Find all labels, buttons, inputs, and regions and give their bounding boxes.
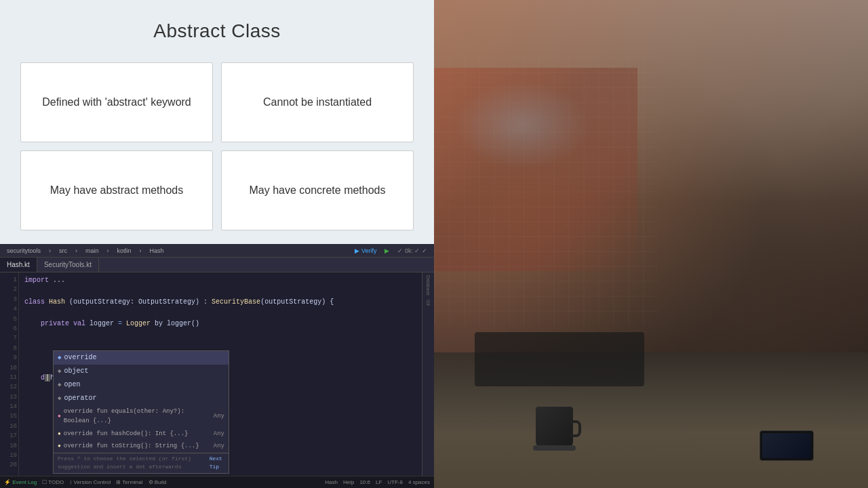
status-spaces: 4 spaces: [408, 479, 430, 485]
ide-topbar-sep1: ›: [46, 247, 54, 255]
left-panel: Abstract Class Defined with 'abstract' k…: [0, 0, 434, 488]
ide-topbar-src: src: [56, 247, 70, 255]
ide-topbar-checkmarks: ✓ 0k: ✓ ✓: [395, 247, 430, 255]
cup-body: [536, 407, 573, 447]
ide-topbar-securitytools: securitytools: [4, 247, 43, 255]
ide-topbar-verify[interactable]: ▶ Verify: [352, 247, 379, 255]
phone: [760, 430, 814, 461]
card-abstract-methods: May have abstract methods: [20, 150, 213, 230]
ide-sidebar-right-label2: Git: [426, 300, 431, 306]
code-line-5: private val logger = Logger by logger(): [24, 319, 416, 329]
ide-area[interactable]: securitytools › src › main › kotlin › Ha…: [0, 244, 434, 488]
ide-sidebar-right: Database Git: [422, 272, 434, 487]
autocomplete-label-open: open: [64, 380, 80, 390]
card-concrete-methods-text: May have concrete methods: [250, 183, 386, 198]
status-todo[interactable]: ☐ TODO: [42, 479, 64, 485]
status-version-control[interactable]: ↕ Version Control: [69, 479, 111, 485]
slide-title: Abstract Class: [153, 20, 281, 42]
ide-topbar-sep4: ›: [137, 247, 144, 255]
ide-tab-security-label: SecurityTools.kt: [44, 261, 92, 268]
autocomplete-item-operator[interactable]: ◆ operator: [54, 392, 229, 405]
laptop-glow: [454, 81, 590, 169]
autocomplete-label-hashcode: override fun hashCode(): Int {...}: [64, 429, 189, 439]
coffee-cup: [536, 400, 573, 447]
status-terminal[interactable]: ⊞ Terminal: [116, 479, 142, 485]
ide-tab-security[interactable]: SecurityTools.kt: [37, 258, 99, 272]
ide-tab-hash-label: Hash.kt: [7, 261, 30, 268]
phone-screen: [762, 433, 811, 458]
autocomplete-item-hashcode[interactable]: ● override fun hashCode(): Int {...} Any: [54, 428, 229, 440]
cup-handle: [571, 420, 581, 437]
autocomplete-label-override: override: [64, 352, 96, 363]
status-build[interactable]: ⚙ Build: [149, 479, 167, 485]
autocomplete-label-equals: override fun equals(other: Any?): Boolea…: [64, 407, 211, 426]
code-line-1: import ...: [24, 275, 416, 286]
status-position: 10:6: [359, 479, 370, 485]
autocomplete-label-tostring: override fun toString(): String {...}: [64, 441, 199, 451]
status-help: Help: [343, 479, 354, 485]
ide-topbar-kotlin: kotlin: [115, 247, 134, 255]
ide-tab-hash[interactable]: Hash.kt: [0, 258, 37, 272]
autocomplete-item-object[interactable]: ◆ object: [54, 365, 229, 378]
card-defined: Defined with 'abstract' keyword: [20, 62, 213, 142]
card-abstract-methods-text: May have abstract methods: [50, 183, 184, 198]
autocomplete-type-tostring: Any: [214, 441, 224, 451]
card-instantiated-text: Cannot be instantiated: [263, 95, 372, 110]
ide-topbar-run[interactable]: ▶: [382, 247, 392, 255]
cards-grid: Defined with 'abstract' keyword Cannot b…: [20, 62, 414, 230]
status-lf: LF: [376, 479, 382, 485]
ide-topbar-sep3: ›: [104, 247, 112, 255]
autocomplete-type-equals: Any: [214, 411, 224, 421]
autocomplete-label-object: object: [64, 366, 88, 377]
ide-topbar-sep2: ›: [73, 247, 80, 255]
ide-topbar-main: main: [83, 247, 102, 255]
line-numbers: 12345 678910 1112131415 1617181920: [0, 272, 19, 487]
slide-area: Abstract Class Defined with 'abstract' k…: [0, 0, 434, 244]
card-concrete-methods: May have concrete methods: [221, 150, 414, 230]
status-hash: Hash: [325, 479, 338, 485]
autocomplete-popup[interactable]: ◆ override ◆ object ◆ open ◆ operator: [53, 350, 229, 474]
autocomplete-label-operator: operator: [64, 393, 96, 404]
card-instantiated: Cannot be instantiated: [221, 62, 414, 142]
cup-saucer: [533, 445, 576, 451]
autocomplete-footer: Press ^ to choose the selected (or first…: [54, 453, 229, 474]
autocomplete-footer-hint: Press ^ to choose the selected (or first…: [58, 455, 210, 472]
code-line-6: [24, 329, 416, 340]
ide-sidebar-right-label: Database: [426, 275, 431, 296]
autocomplete-item-equals[interactable]: ● override fun equals(other: Any?): Bool…: [54, 405, 229, 428]
autocomplete-item-open[interactable]: ◆ open: [54, 378, 229, 392]
code-line-2: [24, 286, 416, 297]
ide-content[interactable]: 12345 678910 1112131415 1617181920 impor…: [0, 272, 434, 487]
code-area[interactable]: import ... class Hash (outputStrategy: O…: [19, 272, 422, 487]
autocomplete-item-tostring[interactable]: ● override fun toString(): String {...} …: [54, 440, 229, 452]
autocomplete-next-tip[interactable]: Next Tip: [210, 455, 224, 472]
code-line-7: [24, 340, 416, 351]
code-line-3: class Hash (outputStrategy: OutputStrate…: [24, 297, 416, 308]
ide-tabs: Hash.kt SecurityTools.kt: [0, 258, 434, 272]
autocomplete-type-hashcode: Any: [214, 429, 224, 439]
ide-statusbar: ⚡ Event Log ☐ TODO ↕ Version Control ⊞ T…: [0, 476, 434, 488]
code-line-4: [24, 308, 416, 319]
status-event-log[interactable]: ⚡ Event Log: [4, 479, 37, 485]
card-defined-text: Defined with 'abstract' keyword: [42, 95, 191, 110]
status-utf: UTF-8: [387, 479, 403, 485]
ide-topbar-hash: Hash: [147, 247, 167, 255]
ide-topbar: securitytools › src › main › kotlin › Ha…: [0, 244, 434, 258]
right-panel: [434, 0, 868, 488]
autocomplete-item-override-selected[interactable]: ◆ override: [54, 351, 229, 365]
keyboard-area: [475, 332, 644, 386]
